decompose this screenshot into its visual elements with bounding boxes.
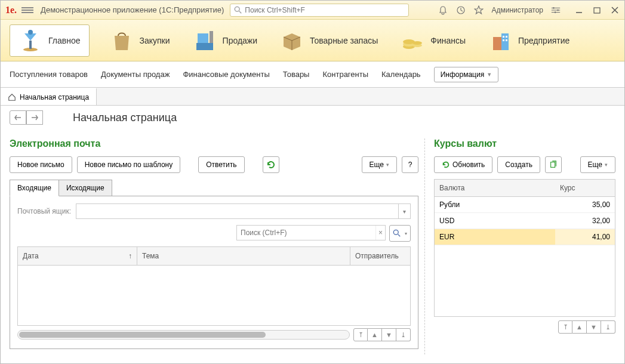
currency-cell: USD [435, 213, 555, 229]
refresh-icon [442, 161, 450, 169]
currency-table-body[interactable]: Рубли 35,00 USD 32,00 EUR 41,00 [435, 197, 615, 316]
information-button[interactable]: Информация ▼ [434, 67, 498, 82]
settings-icon[interactable] [550, 5, 561, 16]
chevron-down-icon: ▾ [405, 231, 407, 236]
arrow-right-icon [30, 115, 39, 121]
minimize-button[interactable] [574, 5, 584, 15]
nav-first-button[interactable]: ⤒ [558, 320, 572, 334]
new-email-button[interactable]: Новое письмо [10, 156, 72, 173]
svg-point-8 [555, 11, 556, 13]
refresh-icon [266, 160, 276, 169]
inbox-tab[interactable]: Входящие [10, 180, 59, 196]
home-icon [8, 93, 16, 101]
svg-point-0 [235, 7, 240, 11]
column-date[interactable]: Дата↑ [18, 247, 137, 265]
back-button[interactable] [10, 110, 26, 125]
column-rate[interactable]: Курс [555, 180, 615, 196]
column-sender[interactable]: Отправитель [350, 247, 410, 265]
svg-point-7 [557, 9, 559, 11]
nav-sales[interactable]: Продажи [190, 26, 260, 55]
copy-icon [549, 161, 558, 169]
new-email-template-button[interactable]: Новое письмо по шаблону [77, 156, 181, 173]
table-row[interactable]: USD 32,00 [435, 213, 615, 229]
page-title: Начальная страница [73, 112, 177, 124]
global-search-input[interactable] [245, 6, 405, 14]
tab-home[interactable]: Начальная страница [1, 88, 97, 105]
nav-finance[interactable]: Финансы [398, 26, 468, 55]
star-icon[interactable] [473, 5, 484, 16]
horizontal-scrollbar[interactable] [17, 330, 350, 340]
rate-cell: 35,00 [555, 197, 615, 212]
clear-icon[interactable]: × [375, 226, 385, 240]
table-row[interactable]: Рубли 35,00 [435, 197, 615, 213]
nav-main[interactable]: Главное [10, 24, 90, 57]
nav-down-button[interactable]: ▼ [382, 328, 396, 341]
refresh-button[interactable] [263, 156, 279, 173]
nav-last-button[interactable]: ⤓ [601, 320, 615, 334]
subnav-calendar[interactable]: Календарь [381, 70, 421, 79]
global-search[interactable] [230, 4, 409, 17]
search-button[interactable]: ▾ [389, 225, 411, 242]
subnav-finance-docs[interactable]: Финансовые документы [183, 70, 269, 79]
subnav-goods[interactable]: Товары [283, 70, 310, 79]
nav-enterprise[interactable]: Предприятие [486, 26, 572, 55]
nav-first-button[interactable]: ⤒ [353, 328, 368, 341]
chevron-down-icon: ▾ [605, 162, 608, 168]
mailbox-input[interactable] [76, 204, 398, 218]
mail-tabs: Входящие Исходящие [10, 179, 418, 196]
svg-rect-29 [506, 39, 507, 41]
content: Электронная почта Новое письмо Новое пис… [1, 129, 624, 363]
forward-button[interactable] [26, 110, 43, 125]
search-icon [234, 6, 242, 14]
rate-cell: 41,00 [555, 229, 615, 245]
nav-last-button[interactable]: ⤓ [396, 328, 411, 341]
table-row[interactable]: EUR 41,00 [435, 229, 615, 245]
help-button[interactable]: ? [402, 156, 418, 173]
hamburger-menu-icon[interactable] [21, 6, 33, 14]
nav-purchases[interactable]: Закупки [107, 26, 173, 55]
subnav-sales-docs[interactable]: Документы продаж [101, 70, 170, 79]
svg-rect-18 [210, 31, 213, 43]
mail-content: Почтовый ящик: ▾ × ▾ Дата↑ Тема Отправит… [10, 196, 418, 349]
cash-register-icon [193, 29, 217, 53]
svg-rect-26 [503, 36, 504, 38]
nav-down-button[interactable]: ▼ [587, 320, 601, 334]
svg-rect-10 [594, 8, 600, 13]
column-subject[interactable]: Тема [137, 247, 350, 265]
mail-table-body[interactable] [18, 266, 410, 325]
bell-icon[interactable] [438, 5, 448, 16]
create-button[interactable]: Создать [497, 156, 540, 173]
mail-search[interactable]: × [236, 225, 386, 240]
box-icon [280, 29, 304, 53]
outbox-tab[interactable]: Исходящие [59, 180, 112, 196]
nav-inventory[interactable]: Товарные запасы [278, 26, 380, 55]
mail-table: Дата↑ Тема Отправитель [17, 246, 411, 326]
mailbox-select[interactable]: ▾ [76, 203, 411, 219]
mailbox-label: Почтовый ящик: [17, 207, 71, 215]
nav-label: Продажи [223, 36, 257, 45]
nav-label: Закупки [140, 36, 170, 45]
svg-point-30 [393, 230, 398, 235]
subnav-counterparties[interactable]: Контрагенты [322, 70, 368, 79]
close-button[interactable] [610, 5, 620, 15]
column-currency[interactable]: Валюта [435, 180, 555, 196]
reply-button[interactable]: Ответить [198, 156, 244, 173]
history-icon[interactable] [455, 5, 466, 16]
maximize-button[interactable] [592, 5, 602, 15]
rates-more-button[interactable]: Еще ▾ [580, 156, 615, 173]
information-label: Информация [441, 70, 484, 79]
more-button[interactable]: Еще ▾ [362, 156, 397, 173]
main-nav: Главное Закупки Продажи Товарные запасы … [1, 20, 624, 61]
rates-refresh-button[interactable]: Обновить [434, 156, 492, 173]
sort-asc-icon: ↑ [128, 252, 132, 260]
user-label[interactable]: Администратор [491, 6, 543, 14]
nav-up-button[interactable]: ▲ [368, 328, 382, 341]
shopping-bag-icon [110, 29, 134, 53]
svg-rect-32 [551, 162, 555, 168]
mail-search-input[interactable] [237, 229, 375, 237]
copy-button[interactable] [545, 156, 562, 173]
chevron-down-icon[interactable]: ▾ [398, 204, 410, 218]
subnav-receipts[interactable]: Поступления товаров [10, 70, 88, 79]
svg-rect-16 [196, 43, 213, 50]
nav-up-button[interactable]: ▲ [572, 320, 587, 334]
